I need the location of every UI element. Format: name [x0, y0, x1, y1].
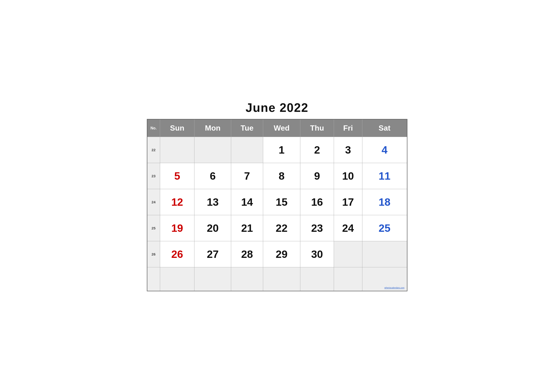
header-no: No. — [147, 119, 160, 137]
day-cell: 7 — [231, 163, 263, 189]
day-cell: 18 — [362, 189, 407, 215]
last-row-empty — [231, 267, 263, 291]
week-number-26: 26 — [147, 241, 160, 267]
day-cell: 5 — [160, 163, 194, 189]
week-number-25: 25 — [147, 215, 160, 241]
header-thu: Thu — [300, 119, 334, 137]
week-number-22: 22 — [147, 137, 160, 163]
last-row: wheniscalendars.com — [147, 267, 407, 291]
calendar-title: June 2022 — [147, 101, 407, 115]
header-sun: Sun — [160, 119, 194, 137]
week-row-22: 221234 — [147, 137, 407, 163]
calendar-container: June 2022 No. Sun Mon Tue Wed Thu Fri Sa… — [147, 101, 407, 291]
calendar-table: No. Sun Mon Tue Wed Thu Fri Sat 22123423… — [147, 119, 407, 291]
day-cell: 17 — [334, 189, 362, 215]
day-cell: 30 — [300, 241, 334, 267]
day-cell: 23 — [300, 215, 334, 241]
header-fri: Fri — [334, 119, 362, 137]
header-wed: Wed — [263, 119, 300, 137]
day-cell — [362, 241, 407, 267]
day-cell: 9 — [300, 163, 334, 189]
day-cell: 8 — [263, 163, 300, 189]
day-cell: 28 — [231, 241, 263, 267]
header-mon: Mon — [194, 119, 231, 137]
day-cell — [160, 137, 194, 163]
day-cell — [194, 137, 231, 163]
last-week-no — [147, 267, 160, 291]
day-cell: 1 — [263, 137, 300, 163]
day-cell: 15 — [263, 189, 300, 215]
last-row-empty — [334, 267, 362, 291]
day-cell — [231, 137, 263, 163]
day-cell: 29 — [263, 241, 300, 267]
week-row-23: 23567891011 — [147, 163, 407, 189]
day-cell: 14 — [231, 189, 263, 215]
day-cell: 19 — [160, 215, 194, 241]
week-row-24: 2412131415161718 — [147, 189, 407, 215]
day-cell: 10 — [334, 163, 362, 189]
last-row-empty — [194, 267, 231, 291]
watermark-text: wheniscalendars.com — [384, 287, 405, 289]
day-cell: 24 — [334, 215, 362, 241]
day-cell: 27 — [194, 241, 231, 267]
week-row-26: 262627282930 — [147, 241, 407, 267]
last-row-empty — [300, 267, 334, 291]
week-row-25: 2519202122232425 — [147, 215, 407, 241]
header-tue: Tue — [231, 119, 263, 137]
day-cell: 6 — [194, 163, 231, 189]
day-cell: 11 — [362, 163, 407, 189]
day-cell: 26 — [160, 241, 194, 267]
day-cell: 13 — [194, 189, 231, 215]
day-cell: 21 — [231, 215, 263, 241]
day-cell: 20 — [194, 215, 231, 241]
day-cell: 2 — [300, 137, 334, 163]
header-sat: Sat — [362, 119, 407, 137]
header-row: No. Sun Mon Tue Wed Thu Fri Sat — [147, 119, 407, 137]
week-number-24: 24 — [147, 189, 160, 215]
day-cell: 4 — [362, 137, 407, 163]
day-cell: 3 — [334, 137, 362, 163]
watermark-cell: wheniscalendars.com — [362, 267, 407, 291]
day-cell: 25 — [362, 215, 407, 241]
day-cell: 16 — [300, 189, 334, 215]
day-cell — [334, 241, 362, 267]
day-cell: 22 — [263, 215, 300, 241]
last-row-empty — [263, 267, 300, 291]
last-row-empty — [160, 267, 194, 291]
week-number-23: 23 — [147, 163, 160, 189]
day-cell: 12 — [160, 189, 194, 215]
